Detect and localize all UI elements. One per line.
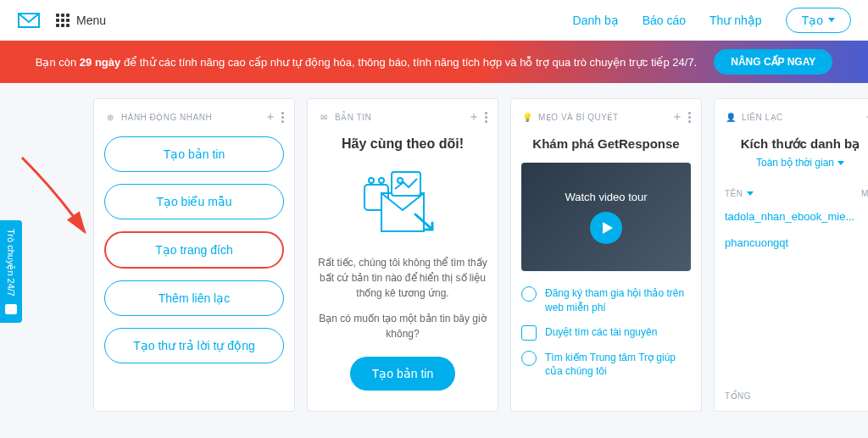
tips-heading: Khám phá GetResponse: [521, 136, 691, 151]
create-landing-page-button[interactable]: Tạo trang đích: [104, 231, 284, 269]
contact-list-row[interactable]: phancuongqt: [725, 236, 868, 249]
add-widget-icon[interactable]: ＋: [264, 109, 277, 125]
svg-point-1: [369, 178, 374, 183]
video-label: Watch video tour: [565, 191, 647, 203]
add-widget-icon[interactable]: ＋: [864, 109, 869, 125]
lightbulb-icon: 💡: [521, 111, 533, 123]
link-label: Duyệt tìm các tài nguyên: [545, 325, 657, 340]
col-size: MÔ: [861, 189, 868, 198]
chat-icon: [5, 304, 17, 314]
contacts-total-label: TỔNG: [725, 391, 868, 401]
upgrade-banner: Bạn còn 29 ngày để thử các tính năng cao…: [0, 41, 868, 83]
apps-icon: [56, 14, 70, 27]
nav-reports[interactable]: Báo cáo: [643, 14, 686, 27]
plus-circle-icon: ⊕: [104, 111, 116, 123]
chevron-down-icon: [747, 191, 754, 196]
more-icon[interactable]: [688, 112, 691, 123]
tips-title: MẸO VÀ BÍ QUYẾT: [538, 113, 619, 122]
chevron-down-icon: [837, 161, 844, 165]
help-icon: [521, 351, 537, 366]
envelope-icon: ✉: [318, 111, 330, 123]
create-form-button[interactable]: Tạo biểu mẫu: [104, 184, 284, 219]
create-autoresponder-button[interactable]: Tạo thư trả lời tự động: [104, 328, 284, 363]
link-label: Tìm kiếm Trung tâm Trợ giúp của chúng tô…: [545, 351, 691, 380]
newsletter-card: ✉ BẢN TIN ＋ Hãy cùng theo dõi! Rất tiếc,…: [307, 98, 498, 412]
newsletter-prompt: Bạn có muốn tạo một bản tin bây giờ khôn…: [318, 311, 487, 341]
tips-card: 💡 MẸO VÀ BÍ QUYẾT ＋ Khám phá GetResponse…: [510, 98, 702, 412]
contact-list-row[interactable]: tadola_nhan_ebook_mie...: [725, 210, 868, 223]
more-icon[interactable]: [281, 112, 284, 123]
newsletter-empty-text: Rất tiếc, chúng tôi không thể tìm thấy b…: [318, 255, 487, 301]
webinar-icon: [521, 286, 537, 302]
contacts-title: LIÊN LẠC: [742, 113, 783, 122]
menu-label: Menu: [76, 14, 106, 27]
newsletter-heading: Hãy cùng theo dõi!: [318, 136, 487, 152]
person-icon: 👤: [725, 111, 737, 123]
contacts-heading: Kích thước danh bạ: [725, 136, 868, 152]
chat-label: Trò chuyện 24/7: [6, 229, 16, 297]
mail-logo: [17, 12, 41, 29]
resources-link[interactable]: Duyệt tìm các tài nguyên: [521, 325, 691, 341]
webinar-link[interactable]: Đăng ký tham gia hội thảo trên web miễn …: [521, 286, 691, 315]
create-button[interactable]: Tạo: [786, 8, 851, 33]
create-newsletter-button[interactable]: Tạo bản tin: [104, 136, 284, 172]
time-filter[interactable]: Toàn bộ thời gian: [725, 157, 868, 169]
help-center-link[interactable]: Tìm kiếm Trung tâm Trợ giúp của chúng tô…: [521, 351, 691, 380]
chevron-down-icon: [828, 18, 835, 22]
envelope-illustration: [318, 164, 487, 240]
play-icon: [590, 212, 622, 244]
nav-contacts[interactable]: Danh bạ: [573, 14, 619, 27]
svg-point-2: [379, 178, 384, 183]
chat-tab[interactable]: Trò chuyện 24/7: [0, 220, 22, 323]
newsletter-title: BẢN TIN: [335, 113, 371, 122]
nav-import[interactable]: Thư nhập: [709, 14, 762, 27]
col-name[interactable]: TÊN: [725, 189, 861, 198]
menu-button[interactable]: Menu: [56, 14, 106, 27]
more-icon[interactable]: [485, 112, 487, 123]
create-label: Tạo: [802, 14, 823, 27]
newsletter-cta-button[interactable]: Tạo bản tin: [350, 357, 455, 391]
contacts-card: 👤 LIÊN LẠC ＋ Kích thước danh bạ Toàn bộ …: [714, 98, 868, 412]
add-widget-icon[interactable]: ＋: [468, 109, 481, 125]
link-label: Đăng ký tham gia hội thảo trên web miễn …: [545, 286, 691, 315]
add-widget-icon[interactable]: ＋: [671, 109, 684, 125]
resources-icon: [521, 325, 537, 341]
quick-actions-title: HÀNH ĐỘNG NHANH: [121, 113, 212, 122]
quick-actions-card: ⊕ HÀNH ĐỘNG NHANH ＋ Tạo bản tin Tạo biểu…: [93, 98, 295, 412]
add-contact-button[interactable]: Thêm liên lạc: [104, 280, 284, 316]
time-label: Toàn bộ thời gian: [756, 157, 834, 169]
upgrade-button[interactable]: NÂNG CẤP NGAY: [714, 49, 832, 75]
banner-text: Bạn còn 29 ngày để thử các tính năng cao…: [36, 56, 697, 69]
video-tour-thumbnail[interactable]: Watch video tour: [521, 163, 691, 271]
